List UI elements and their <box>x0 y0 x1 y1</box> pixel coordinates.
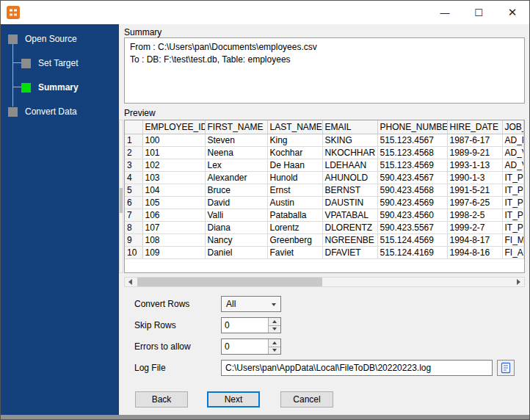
table-row[interactable]: 9108NancyGreenbergNGREENBE515.124.456919… <box>125 233 524 246</box>
back-button[interactable]: Back <box>135 391 188 408</box>
data-cell: 101 <box>142 146 205 159</box>
step-label: Summary <box>38 82 79 93</box>
data-cell: 1994-8-16 <box>447 246 502 258</box>
row-number-cell: 6 <box>125 196 142 209</box>
table-row[interactable]: 4103AlexanderHunoldAHUNOLD590.423.456719… <box>125 171 524 184</box>
app-window: — ☐ ✕ Open Source Set Target Summary <box>0 0 530 420</box>
data-cell: Lex <box>205 159 267 171</box>
preview-header-row: EMPLOYEE_IDFIRST_NAMELAST_NAMEEMAILPHONE… <box>125 120 524 134</box>
spin-down-button[interactable] <box>269 347 280 355</box>
data-cell: IT_P <box>502 171 524 184</box>
minimize-button[interactable]: — <box>428 1 462 24</box>
preview-section-label: Preview <box>124 108 156 118</box>
skip-rows-stepper[interactable] <box>221 317 281 333</box>
table-row[interactable]: 2101NeenaKochharNKOCHHAR515.123.45681989… <box>125 146 524 159</box>
scroll-left-arrow-icon[interactable] <box>125 278 136 286</box>
skip-rows-input[interactable] <box>222 318 268 333</box>
title-bar: — ☐ ✕ <box>1 1 529 24</box>
cancel-button[interactable]: Cancel <box>280 391 333 408</box>
data-cell: Faviet <box>267 246 322 258</box>
step-status-icon <box>8 35 18 44</box>
log-file-input[interactable] <box>221 360 493 376</box>
convert-rows-dropdown[interactable]: All <box>221 296 281 312</box>
table-row[interactable]: 8107DianaLorentzDLORENTZ590.423.55671999… <box>125 221 524 233</box>
data-cell: 106 <box>142 209 205 221</box>
grid-horizontal-scrollbar-thumb[interactable] <box>137 278 322 286</box>
data-cell: Alexander <box>205 171 267 184</box>
data-cell: FI_A <box>502 246 524 258</box>
scrollbar-track[interactable] <box>136 278 513 286</box>
convert-rows-selected-value: All <box>226 299 236 309</box>
data-cell: 104 <box>142 184 205 196</box>
errors-to-allow-input[interactable] <box>222 339 268 354</box>
data-cell: Ernst <box>267 184 322 196</box>
data-cell: 515.123.4567 <box>377 134 447 146</box>
data-cell: DLORENTZ <box>322 221 377 233</box>
view-log-button[interactable] <box>497 360 515 376</box>
column-header[interactable]: EMAIL <box>322 120 377 134</box>
grid-vertical-scrollbar-thumb[interactable] <box>120 188 123 213</box>
scroll-right-arrow-icon[interactable] <box>513 278 524 286</box>
data-cell: Hunold <box>267 171 322 184</box>
data-cell: 515.124.4569 <box>377 233 447 246</box>
column-header[interactable]: HIRE_DATE <box>447 120 502 134</box>
sidebar-step-convert-data[interactable]: Convert Data <box>8 106 77 117</box>
data-cell: 1990-1-3 <box>447 171 502 184</box>
column-header[interactable]: JOB_ID <box>502 120 524 134</box>
sidebar-step-set-target[interactable]: Set Target <box>21 58 78 68</box>
preview-table-body: 1100StevenKingSKING515.123.45671987-6-17… <box>125 134 524 258</box>
spin-up-button[interactable] <box>269 318 280 326</box>
window-bottom-edge <box>1 415 529 419</box>
data-cell: 109 <box>142 246 205 258</box>
close-button[interactable]: ✕ <box>495 1 529 24</box>
data-cell: 102 <box>142 159 205 171</box>
step-label: Convert Data <box>25 106 77 117</box>
data-cell: 1997-6-25 <box>447 196 502 209</box>
errors-to-allow-stepper[interactable] <box>221 338 281 355</box>
sidebar-step-open-source[interactable]: Open Source <box>8 34 77 44</box>
table-row[interactable]: 3102LexDe HaanLDEHAAN515.123.45691993-1-… <box>125 159 524 171</box>
grid-horizontal-scrollbar[interactable] <box>124 277 525 287</box>
row-number-cell: 5 <box>125 184 142 196</box>
grid-vertical-scrollbar[interactable] <box>119 120 123 273</box>
data-cell: NGREENBE <box>322 233 377 246</box>
data-cell: 103 <box>142 171 205 184</box>
row-number-cell: 8 <box>125 221 142 233</box>
sidebar-step-summary[interactable]: Summary <box>21 82 79 93</box>
data-cell: Greenberg <box>267 233 322 246</box>
column-header[interactable]: EMPLOYEE_ID <box>142 120 205 134</box>
data-cell: BERNST <box>322 184 377 196</box>
data-cell: 107 <box>142 221 205 233</box>
table-row[interactable]: 5104BruceErnstBERNST590.423.45681991-5-2… <box>125 184 524 196</box>
data-cell: Bruce <box>205 184 267 196</box>
table-row[interactable]: 6105DavidAustinDAUSTIN590.423.45691997-6… <box>125 196 524 209</box>
row-number-cell: 4 <box>125 171 142 184</box>
row-number-cell: 7 <box>125 209 142 221</box>
row-number-cell: 9 <box>125 233 142 246</box>
data-cell: DAUSTIN <box>322 196 377 209</box>
column-header[interactable]: FIRST_NAME <box>205 120 267 134</box>
maximize-button[interactable]: ☐ <box>462 1 495 24</box>
step-connector-line <box>13 87 21 87</box>
table-row[interactable]: 10109DanielFavietDFAVIET515.124.41691994… <box>125 246 524 258</box>
next-button[interactable]: Next <box>207 391 260 408</box>
data-cell: David <box>205 196 267 209</box>
data-cell: AD_V <box>502 146 524 159</box>
column-header[interactable]: PHONE_NUMBER <box>377 120 447 134</box>
step-status-icon <box>8 107 18 117</box>
table-row[interactable]: 1100StevenKingSKING515.123.45671987-6-17… <box>125 134 524 146</box>
data-cell: 590.423.4567 <box>377 171 447 184</box>
spin-down-button[interactable] <box>269 326 280 333</box>
errors-to-allow-label: Errors to allow <box>134 341 221 352</box>
data-cell: 515.123.4568 <box>377 146 447 159</box>
data-cell: 1993-1-13 <box>447 159 502 171</box>
data-cell: 105 <box>142 196 205 209</box>
data-cell: 590.423.4568 <box>377 184 447 196</box>
log-file-icon <box>500 362 512 374</box>
grid-corner-cell <box>125 120 142 134</box>
column-header[interactable]: LAST_NAME <box>267 120 322 134</box>
table-row[interactable]: 7106ValliPataballaVPATABAL590.423.456019… <box>125 209 524 221</box>
step-label: Open Source <box>25 34 77 44</box>
spin-up-button[interactable] <box>269 339 280 347</box>
row-number-cell: 1 <box>125 134 142 146</box>
